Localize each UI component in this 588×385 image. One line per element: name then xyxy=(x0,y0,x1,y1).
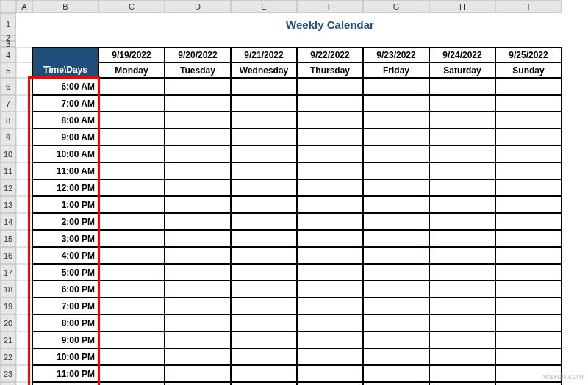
row-header[interactable]: 22 xyxy=(0,348,16,365)
column-header[interactable]: H xyxy=(429,0,495,13)
empty-cell[interactable] xyxy=(16,129,32,145)
row-header[interactable]: 13 xyxy=(0,196,16,213)
schedule-cell[interactable] xyxy=(363,298,429,314)
row-header[interactable]: 9 xyxy=(0,129,16,145)
schedule-cell[interactable] xyxy=(98,298,165,314)
empty-cell[interactable] xyxy=(16,78,32,95)
schedule-cell[interactable] xyxy=(297,95,363,112)
schedule-cell[interactable] xyxy=(165,331,231,348)
schedule-cell[interactable] xyxy=(297,112,363,129)
schedule-cell[interactable] xyxy=(429,247,495,264)
schedule-cell[interactable] xyxy=(165,382,231,385)
schedule-cell[interactable] xyxy=(98,382,165,385)
empty-cell[interactable] xyxy=(16,62,32,78)
schedule-cell[interactable] xyxy=(165,129,231,145)
schedule-cell[interactable] xyxy=(98,145,165,162)
schedule-cell[interactable] xyxy=(297,247,363,264)
schedule-cell[interactable] xyxy=(297,348,363,365)
row-header[interactable]: 24 xyxy=(0,382,16,385)
empty-cell[interactable] xyxy=(98,35,165,41)
schedule-cell[interactable] xyxy=(231,78,297,95)
row-header[interactable]: 15 xyxy=(0,230,16,247)
schedule-cell[interactable] xyxy=(495,314,562,331)
schedule-cell[interactable] xyxy=(363,78,429,95)
empty-cell[interactable] xyxy=(98,41,165,47)
schedule-cell[interactable] xyxy=(429,196,495,213)
column-header[interactable]: C xyxy=(98,0,165,13)
schedule-cell[interactable] xyxy=(429,179,495,196)
empty-cell[interactable] xyxy=(16,112,32,129)
schedule-cell[interactable] xyxy=(231,129,297,145)
empty-cell[interactable] xyxy=(16,348,32,365)
empty-cell[interactable] xyxy=(495,41,562,47)
schedule-cell[interactable] xyxy=(98,264,165,281)
schedule-cell[interactable] xyxy=(297,145,363,162)
empty-cell[interactable] xyxy=(165,41,231,47)
empty-cell[interactable] xyxy=(16,314,32,331)
schedule-cell[interactable] xyxy=(363,264,429,281)
schedule-cell[interactable] xyxy=(495,281,562,298)
empty-cell[interactable] xyxy=(16,230,32,247)
schedule-cell[interactable] xyxy=(165,314,231,331)
empty-cell[interactable] xyxy=(297,41,363,47)
schedule-cell[interactable] xyxy=(429,331,495,348)
empty-cell[interactable] xyxy=(231,41,297,47)
schedule-cell[interactable] xyxy=(363,179,429,196)
row-header[interactable]: 5 xyxy=(0,62,16,78)
row-header[interactable]: 10 xyxy=(0,145,16,162)
schedule-cell[interactable] xyxy=(165,264,231,281)
schedule-cell[interactable] xyxy=(363,331,429,348)
schedule-cell[interactable] xyxy=(363,281,429,298)
schedule-cell[interactable] xyxy=(165,95,231,112)
schedule-cell[interactable] xyxy=(297,230,363,247)
schedule-cell[interactable] xyxy=(429,281,495,298)
schedule-cell[interactable] xyxy=(231,314,297,331)
empty-cell[interactable] xyxy=(32,35,98,41)
schedule-cell[interactable] xyxy=(231,230,297,247)
schedule-cell[interactable] xyxy=(495,78,562,95)
empty-cell[interactable] xyxy=(16,213,32,230)
row-header[interactable]: 8 xyxy=(0,112,16,129)
schedule-cell[interactable] xyxy=(98,314,165,331)
row-header[interactable]: 6 xyxy=(0,78,16,95)
schedule-cell[interactable] xyxy=(98,230,165,247)
empty-cell[interactable] xyxy=(16,281,32,298)
empty-cell[interactable] xyxy=(16,179,32,196)
empty-cell[interactable] xyxy=(495,35,562,41)
row-header[interactable]: 14 xyxy=(0,213,16,230)
select-all[interactable] xyxy=(0,0,16,13)
row-header[interactable]: 20 xyxy=(0,314,16,331)
column-header[interactable]: D xyxy=(165,0,231,13)
schedule-cell[interactable] xyxy=(231,196,297,213)
empty-cell[interactable] xyxy=(16,47,32,62)
schedule-cell[interactable] xyxy=(231,298,297,314)
schedule-cell[interactable] xyxy=(495,298,562,314)
schedule-cell[interactable] xyxy=(363,112,429,129)
schedule-cell[interactable] xyxy=(297,365,363,382)
schedule-cell[interactable] xyxy=(98,247,165,264)
schedule-cell[interactable] xyxy=(297,382,363,385)
schedule-cell[interactable] xyxy=(297,196,363,213)
schedule-cell[interactable] xyxy=(495,264,562,281)
schedule-cell[interactable] xyxy=(231,348,297,365)
empty-cell[interactable] xyxy=(363,35,429,41)
schedule-cell[interactable] xyxy=(363,95,429,112)
empty-cell[interactable] xyxy=(16,95,32,112)
schedule-cell[interactable] xyxy=(231,331,297,348)
schedule-cell[interactable] xyxy=(231,213,297,230)
schedule-cell[interactable] xyxy=(297,331,363,348)
schedule-cell[interactable] xyxy=(363,129,429,145)
schedule-cell[interactable] xyxy=(495,382,562,385)
empty-cell[interactable] xyxy=(297,35,363,41)
schedule-cell[interactable] xyxy=(429,264,495,281)
schedule-cell[interactable] xyxy=(231,112,297,129)
row-header[interactable]: 7 xyxy=(0,95,16,112)
schedule-cell[interactable] xyxy=(429,230,495,247)
schedule-cell[interactable] xyxy=(363,247,429,264)
empty-cell[interactable] xyxy=(16,196,32,213)
schedule-cell[interactable] xyxy=(297,213,363,230)
schedule-cell[interactable] xyxy=(363,382,429,385)
schedule-cell[interactable] xyxy=(231,145,297,162)
schedule-cell[interactable] xyxy=(429,78,495,95)
row-header[interactable]: 1 xyxy=(0,13,16,35)
